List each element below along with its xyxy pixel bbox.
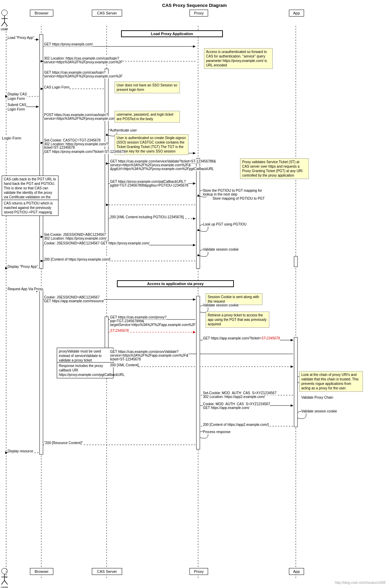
- note-proxy-validate: proxyValidate must be used instead of se…: [57, 348, 114, 364]
- diagram-container: CAS Proxy Sequence Diagram: [0, 0, 389, 588]
- lifeline-browser-top: Browser: [30, 10, 53, 17]
- svg-line-51: [4, 22, 8, 26]
- lifeline-app-bottom: App: [289, 568, 304, 575]
- user-figure-bottom: user: [1, 568, 8, 588]
- msg-set-jsessionid2: 302 Location: https://proxy.example.com/: [44, 236, 107, 241]
- msg-display-proxy: Display "Proxy App": [8, 264, 38, 269]
- msg-200-proxy: 200 [Content of https://proxy.example.co…: [44, 257, 110, 262]
- svg-rect-13: [294, 256, 298, 267]
- note-sso-created: User is authenticated so create Single-s…: [115, 134, 188, 155]
- lifeline-cas-bottom: CAS Server: [92, 568, 122, 575]
- msg-validate-session3: Validate session cookie: [301, 409, 337, 413]
- msg-get-app-ticket: GET https://app.example.com/?ticket=ST-2…: [203, 336, 280, 340]
- msg-authenticate: Authenticate user: [110, 128, 137, 133]
- msg-cookie-get-resource2: GET https://app.example.com/resource: [44, 299, 104, 303]
- note-post-body: username, password, and login ticket are…: [115, 111, 180, 123]
- svg-rect-10: [40, 34, 43, 269]
- lifeline-cas-top: CAS Server: [92, 10, 122, 17]
- note-proxy-validates: Proxy validates Service Ticket (ST) at C…: [240, 158, 309, 179]
- diagram-title: CAS Proxy Sequence Diagram: [0, 0, 389, 9]
- msg-store-mapping-r: Store mapping of PGTIOU to PGT: [213, 196, 265, 201]
- watermark: http://blog.csdn.net/zhoukun1008: [335, 581, 386, 585]
- note-validate-chain: Look at the chain of proxy URI's and val…: [299, 371, 363, 392]
- user-figure-top: user: [1, 10, 8, 31]
- svg-line-54: [1, 580, 4, 585]
- lifeline-app-top: App: [289, 10, 304, 17]
- svg-line-55: [4, 580, 8, 585]
- msg-get-proxy: GET https://proxy.example.com/: [44, 42, 93, 46]
- msg-submit-cas: Submit CASLogin Form: [8, 103, 26, 112]
- svg-rect-44: [40, 289, 43, 454]
- msg-lookup-pgt: Look up PGT using PGTIOU: [203, 222, 247, 227]
- user-top-label: user: [1, 27, 8, 31]
- lifeline-proxy-top: Proxy: [190, 10, 208, 17]
- note-pgtiou: CAS returns a PGTIOU which is matched ag…: [2, 200, 58, 216]
- msg-login-form-label: Login Form: [2, 136, 21, 140]
- svg-rect-11: [105, 69, 108, 241]
- msg-post-cas2: service=https%3A%2F%2Fproxy.example.com%…: [44, 116, 122, 121]
- msg-200-app2: 200 [Content of https://app2.example.com…: [203, 422, 269, 427]
- note-proxy-callback-uri: Response includes the proxy callback URI…: [57, 362, 114, 378]
- msg-display-cas: Display CASLogin Form: [8, 92, 27, 101]
- msg-cas-login-form: CAS Login Form: [44, 85, 69, 90]
- msg-validate-proxy-chain-label: Validate Proxy Chain: [301, 395, 333, 400]
- svg-rect-47: [294, 337, 298, 427]
- msg-302-redirect2: service=https%3A%2F%2Fproxy.example.com%…: [44, 60, 122, 64]
- msg-200-xml: 200 [XML Content]: [110, 363, 139, 367]
- lifeline-proxy-bottom: Proxy: [190, 568, 208, 575]
- msg-load-proxy-app: Load "Proxy App": [8, 35, 34, 40]
- msg-get-sv3: &pgtUrl=https%3A%2F%2Fproxy.example.com%…: [110, 167, 214, 171]
- user-bottom-label: user: [1, 585, 8, 588]
- msg-get-proxy-ticket4: targetService=https%3A%2F%2Fapp.example.…: [110, 323, 195, 327]
- msg-set-mod-auth2: 302 Location: https://app2.example.com/: [203, 395, 265, 399]
- msg-200-pgtiou: 200 [XML Content including PGTIOU-123456…: [110, 215, 184, 219]
- msg-process-response: Process response: [203, 430, 230, 434]
- msg-cookie-jsession-get: Cookie: JSESSIONID=ABC1234567 GET https:…: [44, 241, 149, 245]
- svg-rect-12: [196, 158, 200, 269]
- note-unauthenticated: Access is unauthenticated so forward to …: [204, 48, 273, 69]
- msg-get-pgt-callback2: pgtId=TGT-234567899&pgtIou=PGTIOU-123456…: [110, 183, 188, 188]
- section-load-proxy: Load Proxy Application: [121, 30, 223, 37]
- msg-request-app-via-proxy: Request App Via Proxy: [8, 287, 43, 291]
- msg-validate-session2: Validate session cookie: [203, 303, 239, 307]
- msg-get-proxy-validate3: ticket=ST-12345678: [110, 357, 141, 361]
- svg-line-50: [1, 22, 4, 26]
- note-retrieve-proxy-ticket: Retrieve a proxy ticket to access the ap…: [206, 312, 269, 328]
- section-access-proxy: Access to application via proxy: [117, 280, 234, 287]
- note-no-sso: User does not have an SSO Session so pre…: [115, 82, 180, 93]
- msg-display-resource: Display resource: [8, 449, 33, 453]
- msg-200-resource: "200 [Resource Content]": [44, 441, 83, 445]
- svg-rect-46: [196, 296, 200, 449]
- msg-st-2345678: ST-2345678: [110, 328, 129, 333]
- msg-cookie-mod-auth-get2: GET https://app.example.com/: [203, 406, 249, 410]
- msg-get-cas2: service=https%3A%2F%2Fproxy.example.com%…: [44, 74, 122, 78]
- msg-get-proxy-ticket: GET https://proxy.example.com/?ticket=ST…: [44, 149, 126, 154]
- lifeline-browser-bottom: Browser: [30, 568, 53, 575]
- msg-validate-session: Validate session cookie: [203, 247, 239, 252]
